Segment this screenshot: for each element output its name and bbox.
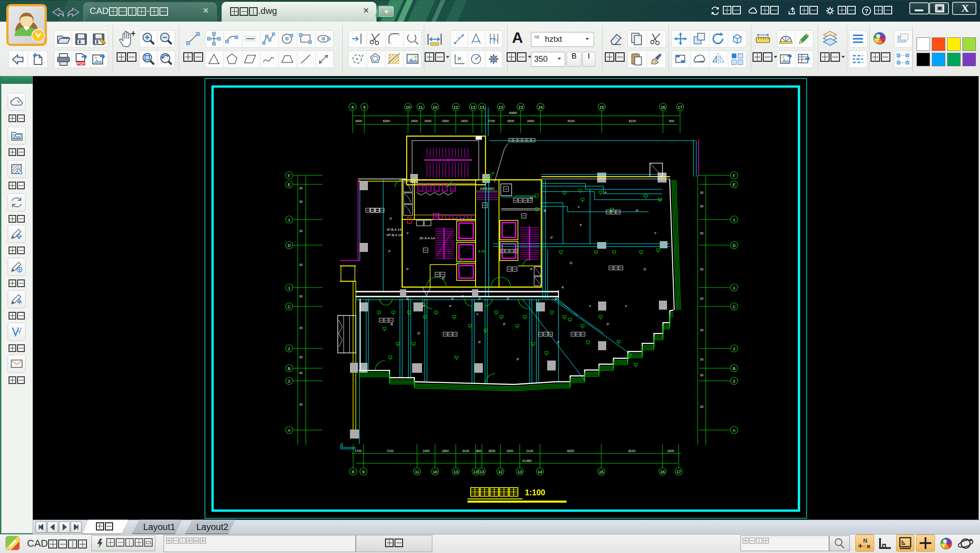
svg-text:B: B bbox=[288, 366, 290, 371]
svg-text:P: P bbox=[449, 304, 451, 308]
svg-text:30: 30 bbox=[700, 268, 703, 271]
svg-text:1: 1 bbox=[733, 218, 735, 222]
svg-text:P: P bbox=[550, 236, 553, 240]
svg-text:K: K bbox=[462, 294, 464, 298]
svg-text:P: P bbox=[478, 297, 481, 301]
svg-text:1900: 1900 bbox=[506, 449, 513, 452]
svg-text:P: P bbox=[503, 322, 505, 326]
svg-text:1: 1 bbox=[288, 286, 290, 290]
svg-text:D: D bbox=[417, 331, 420, 335]
svg-text:8100: 8100 bbox=[628, 449, 635, 452]
svg-text:30: 30 bbox=[299, 263, 303, 266]
svg-text:12: 12 bbox=[498, 470, 503, 474]
svg-text:30: 30 bbox=[299, 371, 303, 375]
svg-text:7100: 7100 bbox=[386, 449, 394, 452]
svg-text:P: P bbox=[451, 297, 454, 301]
svg-text:P: P bbox=[636, 209, 638, 213]
svg-text:B: B bbox=[544, 209, 546, 213]
svg-text:2400: 2400 bbox=[461, 119, 468, 123]
svg-text:13: 13 bbox=[473, 470, 478, 474]
svg-text:30: 30 bbox=[700, 232, 703, 235]
svg-text:P: P bbox=[390, 217, 392, 221]
svg-text:D: D bbox=[288, 243, 291, 248]
svg-text:2100: 2100 bbox=[526, 449, 533, 452]
svg-text:Y: Y bbox=[654, 231, 657, 235]
svg-text:1900: 1900 bbox=[667, 449, 674, 452]
svg-text:13: 13 bbox=[517, 470, 522, 474]
svg-text:14: 14 bbox=[538, 470, 542, 474]
svg-text:30: 30 bbox=[299, 403, 303, 406]
svg-text:E: E bbox=[288, 183, 290, 187]
svg-text:8.60: 8.60 bbox=[478, 249, 485, 253]
svg-text:30: 30 bbox=[299, 326, 303, 329]
svg-text:2000: 2000 bbox=[424, 119, 431, 123]
svg-text:IP-B-4 14: IP-B-4 14 bbox=[387, 228, 401, 232]
svg-text:N: N bbox=[863, 538, 867, 544]
svg-text:6300: 6300 bbox=[383, 119, 390, 123]
svg-text:Y: Y bbox=[476, 312, 479, 316]
svg-text:P: P bbox=[422, 304, 424, 308]
svg-text:15: 15 bbox=[599, 105, 604, 110]
svg-text:F: F bbox=[605, 191, 607, 195]
svg-text:JK-9-4 14: JK-9-4 14 bbox=[419, 236, 435, 240]
svg-text:C: C bbox=[733, 305, 736, 309]
svg-text:900: 900 bbox=[669, 119, 674, 123]
svg-text:3300: 3300 bbox=[442, 119, 449, 123]
svg-text:1500: 1500 bbox=[355, 119, 362, 123]
svg-text:2400: 2400 bbox=[411, 119, 418, 123]
svg-text:30: 30 bbox=[700, 329, 703, 332]
svg-text:P: P bbox=[478, 340, 481, 344]
svg-text:3000: 3000 bbox=[507, 119, 514, 123]
svg-text:D: D bbox=[733, 243, 736, 248]
svg-text:30: 30 bbox=[299, 229, 303, 233]
svg-text:13: 13 bbox=[480, 105, 484, 110]
svg-text:8100: 8100 bbox=[629, 119, 636, 123]
svg-text:11: 11 bbox=[415, 470, 419, 474]
svg-text:B: B bbox=[390, 322, 393, 326]
svg-text:VP-B-4 14: VP-B-4 14 bbox=[386, 233, 402, 237]
svg-text:K: K bbox=[562, 285, 564, 289]
svg-text:4305-40C: 4305-40C bbox=[480, 187, 495, 191]
svg-text:14: 14 bbox=[538, 105, 543, 110]
svg-text:1900: 1900 bbox=[422, 449, 430, 452]
svg-text:2: 2 bbox=[733, 379, 735, 384]
svg-text:F: F bbox=[389, 249, 391, 253]
svg-text:11: 11 bbox=[418, 105, 422, 110]
svg-text:P: P bbox=[530, 267, 532, 271]
svg-text:1: 1 bbox=[733, 286, 735, 290]
svg-text:13: 13 bbox=[471, 105, 475, 110]
svg-text:30: 30 bbox=[700, 405, 703, 408]
svg-text:Y: Y bbox=[589, 304, 591, 308]
svg-text:1:100: 1:100 bbox=[525, 488, 545, 497]
svg-text:8: 8 bbox=[351, 105, 354, 110]
svg-text:2700: 2700 bbox=[488, 119, 495, 123]
svg-text:9: 9 bbox=[362, 470, 364, 474]
svg-text:Y: Y bbox=[577, 205, 580, 209]
svg-text:F: F bbox=[288, 174, 290, 178]
svg-text:1700: 1700 bbox=[354, 449, 362, 452]
svg-text:30: 30 bbox=[299, 187, 303, 190]
svg-text:30: 30 bbox=[299, 295, 303, 298]
svg-text:F: F bbox=[558, 340, 560, 344]
svg-text:10: 10 bbox=[433, 105, 437, 110]
svg-text:A: A bbox=[733, 428, 735, 433]
svg-text:?: ? bbox=[865, 8, 868, 14]
svg-text:30: 30 bbox=[700, 358, 703, 361]
svg-text:13: 13 bbox=[499, 105, 503, 110]
svg-text:2500: 2500 bbox=[488, 449, 495, 452]
svg-text:13: 13 bbox=[480, 470, 484, 474]
svg-text:E: E bbox=[733, 183, 735, 187]
svg-text:4950: 4950 bbox=[509, 111, 517, 115]
svg-text:2: 2 bbox=[288, 347, 290, 351]
svg-text:C: C bbox=[288, 305, 291, 309]
svg-text:A: A bbox=[288, 428, 290, 433]
svg-text:P: P bbox=[517, 357, 519, 361]
svg-text:2: 2 bbox=[733, 347, 735, 351]
svg-text:16: 16 bbox=[661, 105, 665, 110]
svg-text:PDF: PDF bbox=[77, 61, 86, 66]
svg-text:30: 30 bbox=[299, 200, 303, 203]
svg-text:6300: 6300 bbox=[567, 449, 574, 452]
svg-text:17: 17 bbox=[678, 105, 682, 110]
svg-text:30: 30 bbox=[700, 297, 703, 300]
svg-text:D: D bbox=[530, 196, 533, 200]
